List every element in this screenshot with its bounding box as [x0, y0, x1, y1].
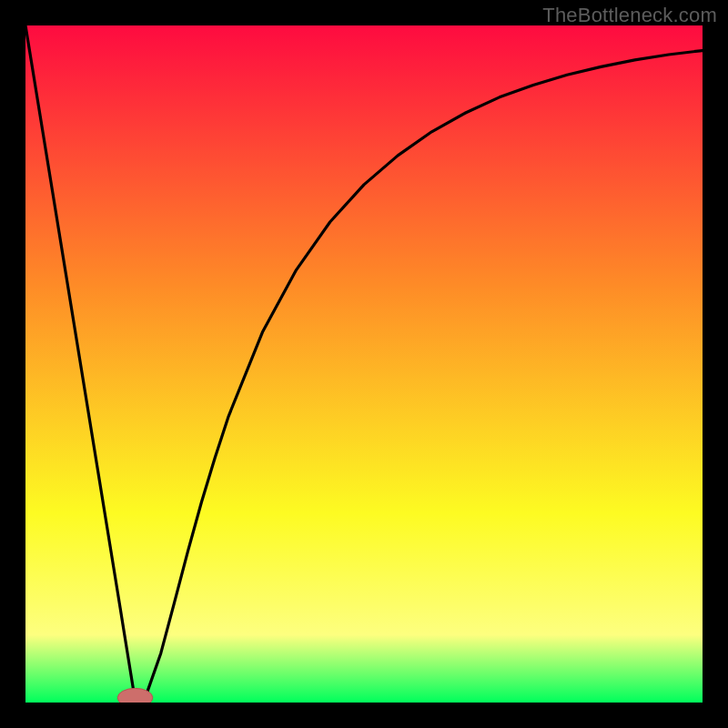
gradient-background [25, 25, 703, 703]
plot-area [25, 25, 703, 703]
chart-svg [25, 25, 703, 703]
watermark-label: TheBottleneck.com [542, 4, 717, 27]
chart-frame: TheBottleneck.com [0, 0, 728, 728]
